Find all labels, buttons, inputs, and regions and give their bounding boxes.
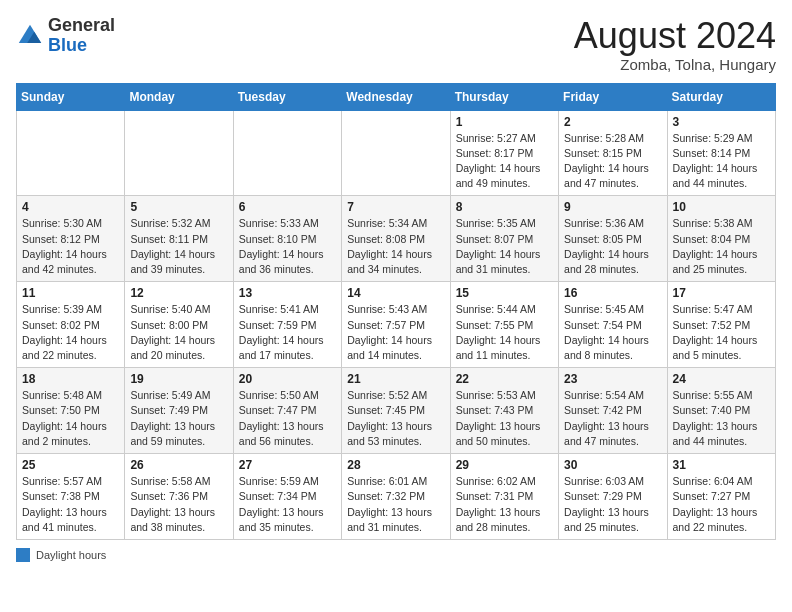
calendar-cell: 20Sunrise: 5:50 AM Sunset: 7:47 PM Dayli… <box>233 368 341 454</box>
legend-label: Daylight hours <box>36 549 106 561</box>
weekday-header-wednesday: Wednesday <box>342 83 450 110</box>
calendar-cell: 30Sunrise: 6:03 AM Sunset: 7:29 PM Dayli… <box>559 454 667 540</box>
calendar-location: Zomba, Tolna, Hungary <box>574 56 776 73</box>
day-number: 16 <box>564 286 661 300</box>
day-number: 8 <box>456 200 553 214</box>
day-info: Sunrise: 5:54 AM Sunset: 7:42 PM Dayligh… <box>564 388 661 449</box>
calendar-cell <box>125 110 233 196</box>
calendar-cell: 28Sunrise: 6:01 AM Sunset: 7:32 PM Dayli… <box>342 454 450 540</box>
calendar-cell: 9Sunrise: 5:36 AM Sunset: 8:05 PM Daylig… <box>559 196 667 282</box>
day-number: 15 <box>456 286 553 300</box>
day-number: 6 <box>239 200 336 214</box>
day-info: Sunrise: 5:58 AM Sunset: 7:36 PM Dayligh… <box>130 474 227 535</box>
calendar-cell: 6Sunrise: 5:33 AM Sunset: 8:10 PM Daylig… <box>233 196 341 282</box>
page-header: General Blue August 2024 Zomba, Tolna, H… <box>16 16 776 73</box>
day-number: 30 <box>564 458 661 472</box>
calendar-cell: 8Sunrise: 5:35 AM Sunset: 8:07 PM Daylig… <box>450 196 558 282</box>
calendar-cell: 21Sunrise: 5:52 AM Sunset: 7:45 PM Dayli… <box>342 368 450 454</box>
day-info: Sunrise: 6:03 AM Sunset: 7:29 PM Dayligh… <box>564 474 661 535</box>
day-info: Sunrise: 5:38 AM Sunset: 8:04 PM Dayligh… <box>673 216 770 277</box>
calendar-cell <box>342 110 450 196</box>
day-info: Sunrise: 5:47 AM Sunset: 7:52 PM Dayligh… <box>673 302 770 363</box>
calendar-cell: 14Sunrise: 5:43 AM Sunset: 7:57 PM Dayli… <box>342 282 450 368</box>
calendar-cell <box>17 110 125 196</box>
day-number: 19 <box>130 372 227 386</box>
calendar-week-row: 25Sunrise: 5:57 AM Sunset: 7:38 PM Dayli… <box>17 454 776 540</box>
day-info: Sunrise: 5:49 AM Sunset: 7:49 PM Dayligh… <box>130 388 227 449</box>
day-info: Sunrise: 5:27 AM Sunset: 8:17 PM Dayligh… <box>456 131 553 192</box>
calendar-cell: 25Sunrise: 5:57 AM Sunset: 7:38 PM Dayli… <box>17 454 125 540</box>
day-number: 20 <box>239 372 336 386</box>
calendar-cell: 15Sunrise: 5:44 AM Sunset: 7:55 PM Dayli… <box>450 282 558 368</box>
calendar-cell: 10Sunrise: 5:38 AM Sunset: 8:04 PM Dayli… <box>667 196 775 282</box>
day-number: 17 <box>673 286 770 300</box>
calendar-cell: 3Sunrise: 5:29 AM Sunset: 8:14 PM Daylig… <box>667 110 775 196</box>
day-number: 10 <box>673 200 770 214</box>
day-info: Sunrise: 5:45 AM Sunset: 7:54 PM Dayligh… <box>564 302 661 363</box>
logo-icon <box>16 22 44 50</box>
day-number: 3 <box>673 115 770 129</box>
calendar-cell: 23Sunrise: 5:54 AM Sunset: 7:42 PM Dayli… <box>559 368 667 454</box>
day-info: Sunrise: 5:40 AM Sunset: 8:00 PM Dayligh… <box>130 302 227 363</box>
day-number: 27 <box>239 458 336 472</box>
weekday-header-thursday: Thursday <box>450 83 558 110</box>
weekday-header-saturday: Saturday <box>667 83 775 110</box>
weekday-header-sunday: Sunday <box>17 83 125 110</box>
calendar-cell: 29Sunrise: 6:02 AM Sunset: 7:31 PM Dayli… <box>450 454 558 540</box>
day-info: Sunrise: 5:55 AM Sunset: 7:40 PM Dayligh… <box>673 388 770 449</box>
day-info: Sunrise: 5:36 AM Sunset: 8:05 PM Dayligh… <box>564 216 661 277</box>
calendar-cell: 16Sunrise: 5:45 AM Sunset: 7:54 PM Dayli… <box>559 282 667 368</box>
day-number: 28 <box>347 458 444 472</box>
day-number: 12 <box>130 286 227 300</box>
day-info: Sunrise: 5:29 AM Sunset: 8:14 PM Dayligh… <box>673 131 770 192</box>
calendar-cell: 24Sunrise: 5:55 AM Sunset: 7:40 PM Dayli… <box>667 368 775 454</box>
calendar-week-row: 18Sunrise: 5:48 AM Sunset: 7:50 PM Dayli… <box>17 368 776 454</box>
legend-color-box <box>16 548 30 562</box>
calendar-cell: 18Sunrise: 5:48 AM Sunset: 7:50 PM Dayli… <box>17 368 125 454</box>
day-info: Sunrise: 5:48 AM Sunset: 7:50 PM Dayligh… <box>22 388 119 449</box>
day-info: Sunrise: 5:30 AM Sunset: 8:12 PM Dayligh… <box>22 216 119 277</box>
day-number: 23 <box>564 372 661 386</box>
calendar-table: SundayMondayTuesdayWednesdayThursdayFrid… <box>16 83 776 540</box>
day-number: 1 <box>456 115 553 129</box>
calendar-cell <box>233 110 341 196</box>
calendar-cell: 5Sunrise: 5:32 AM Sunset: 8:11 PM Daylig… <box>125 196 233 282</box>
day-info: Sunrise: 6:02 AM Sunset: 7:31 PM Dayligh… <box>456 474 553 535</box>
title-block: August 2024 Zomba, Tolna, Hungary <box>574 16 776 73</box>
day-number: 25 <box>22 458 119 472</box>
day-info: Sunrise: 5:41 AM Sunset: 7:59 PM Dayligh… <box>239 302 336 363</box>
day-info: Sunrise: 5:52 AM Sunset: 7:45 PM Dayligh… <box>347 388 444 449</box>
day-info: Sunrise: 5:44 AM Sunset: 7:55 PM Dayligh… <box>456 302 553 363</box>
logo: General Blue <box>16 16 115 56</box>
day-info: Sunrise: 6:01 AM Sunset: 7:32 PM Dayligh… <box>347 474 444 535</box>
calendar-cell: 26Sunrise: 5:58 AM Sunset: 7:36 PM Dayli… <box>125 454 233 540</box>
day-number: 7 <box>347 200 444 214</box>
calendar-cell: 12Sunrise: 5:40 AM Sunset: 8:00 PM Dayli… <box>125 282 233 368</box>
day-number: 18 <box>22 372 119 386</box>
weekday-header-row: SundayMondayTuesdayWednesdayThursdayFrid… <box>17 83 776 110</box>
calendar-cell: 1Sunrise: 5:27 AM Sunset: 8:17 PM Daylig… <box>450 110 558 196</box>
day-number: 22 <box>456 372 553 386</box>
day-number: 21 <box>347 372 444 386</box>
calendar-cell: 27Sunrise: 5:59 AM Sunset: 7:34 PM Dayli… <box>233 454 341 540</box>
calendar-cell: 11Sunrise: 5:39 AM Sunset: 8:02 PM Dayli… <box>17 282 125 368</box>
calendar-cell: 19Sunrise: 5:49 AM Sunset: 7:49 PM Dayli… <box>125 368 233 454</box>
day-info: Sunrise: 5:53 AM Sunset: 7:43 PM Dayligh… <box>456 388 553 449</box>
day-number: 13 <box>239 286 336 300</box>
weekday-header-friday: Friday <box>559 83 667 110</box>
day-info: Sunrise: 5:43 AM Sunset: 7:57 PM Dayligh… <box>347 302 444 363</box>
day-info: Sunrise: 5:50 AM Sunset: 7:47 PM Dayligh… <box>239 388 336 449</box>
day-info: Sunrise: 5:34 AM Sunset: 8:08 PM Dayligh… <box>347 216 444 277</box>
weekday-header-tuesday: Tuesday <box>233 83 341 110</box>
calendar-cell: 31Sunrise: 6:04 AM Sunset: 7:27 PM Dayli… <box>667 454 775 540</box>
calendar-title: August 2024 <box>574 16 776 56</box>
calendar-cell: 7Sunrise: 5:34 AM Sunset: 8:08 PM Daylig… <box>342 196 450 282</box>
calendar-cell: 17Sunrise: 5:47 AM Sunset: 7:52 PM Dayli… <box>667 282 775 368</box>
day-number: 9 <box>564 200 661 214</box>
calendar-week-row: 1Sunrise: 5:27 AM Sunset: 8:17 PM Daylig… <box>17 110 776 196</box>
day-info: Sunrise: 5:33 AM Sunset: 8:10 PM Dayligh… <box>239 216 336 277</box>
day-number: 24 <box>673 372 770 386</box>
day-info: Sunrise: 5:57 AM Sunset: 7:38 PM Dayligh… <box>22 474 119 535</box>
logo-text: General Blue <box>48 16 115 56</box>
calendar-cell: 4Sunrise: 5:30 AM Sunset: 8:12 PM Daylig… <box>17 196 125 282</box>
